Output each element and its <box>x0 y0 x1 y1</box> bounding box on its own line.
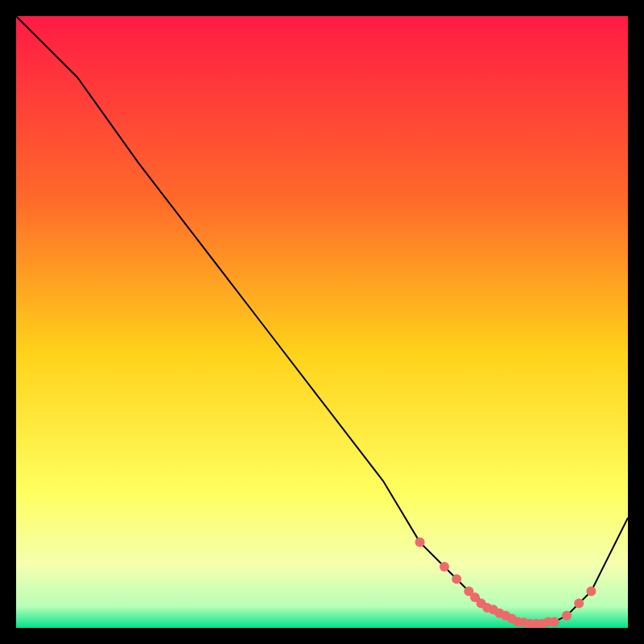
highlight-dot <box>550 617 559 626</box>
highlight-dot <box>415 538 425 547</box>
highlight-dot <box>452 574 461 584</box>
chart-frame: TheBottleneck.com <box>16 16 628 628</box>
gradient-background <box>16 16 628 628</box>
highlight-dot <box>440 562 449 572</box>
highlight-dot <box>562 611 572 621</box>
highlight-dot <box>574 599 584 609</box>
highlight-dot <box>586 586 596 596</box>
bottleneck-chart <box>16 16 628 628</box>
